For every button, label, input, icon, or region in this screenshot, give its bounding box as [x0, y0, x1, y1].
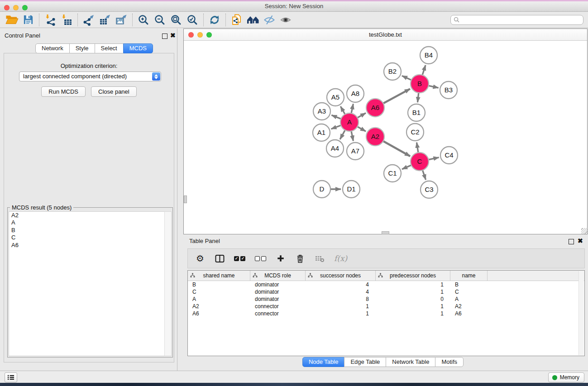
search-field[interactable]: [450, 15, 583, 25]
view-edge-gripper[interactable]: [184, 195, 187, 203]
table-row[interactable]: A2connector11A2: [188, 303, 584, 310]
table-cell[interactable]: A6: [450, 310, 488, 317]
open-session-button[interactable]: [4, 13, 20, 27]
import-network-button[interactable]: [42, 13, 58, 27]
graph-node-D1[interactable]: D1: [343, 181, 360, 198]
hide-selected-button[interactable]: [261, 13, 277, 27]
column-header-successor-nodes[interactable]: successor nodes: [306, 271, 376, 281]
table-cell[interactable]: dominator: [250, 295, 306, 303]
criterion-dropdown[interactable]: largest connected component (directed): [19, 71, 161, 81]
column-header-predecessor-nodes[interactable]: predecessor nodes: [376, 271, 450, 281]
table-cell[interactable]: 1: [376, 281, 450, 288]
result-item[interactable]: A6: [9, 242, 164, 249]
first-neighbors-button[interactable]: [245, 13, 261, 27]
table-cell[interactable]: 1: [376, 303, 450, 310]
zoom-fit-button[interactable]: [168, 13, 184, 27]
graph-node-B3[interactable]: B3: [440, 81, 457, 99]
zoom-view-button[interactable]: [206, 32, 212, 38]
table-panel-float-button[interactable]: [569, 239, 574, 244]
import-table-button[interactable]: [58, 13, 75, 27]
minimize-view-button[interactable]: [197, 32, 203, 38]
export-network-button[interactable]: [81, 13, 97, 27]
table-panel-close-button[interactable]: ✖: [578, 238, 583, 243]
zoom-selected-button[interactable]: [184, 13, 201, 27]
graph-node-A4[interactable]: A4: [326, 140, 344, 157]
control-panel-close-button[interactable]: ✖: [170, 33, 176, 38]
table-cell[interactable]: 8: [306, 295, 376, 303]
column-header-MCDS-role[interactable]: MCDS role: [250, 271, 306, 281]
graph-node-B4[interactable]: B4: [420, 47, 437, 64]
table-cell[interactable]: A: [450, 295, 488, 303]
show-all-button[interactable]: [277, 13, 294, 27]
graph-node-A1[interactable]: A1: [313, 124, 330, 141]
table-cell[interactable]: dominator: [250, 281, 306, 288]
tab-select[interactable]: Select: [95, 43, 124, 53]
table-cell[interactable]: C: [188, 288, 250, 295]
tab-motifs[interactable]: Motifs: [435, 357, 464, 367]
close-panel-button[interactable]: Close panel: [91, 86, 137, 97]
table-row[interactable]: Cdominator41C: [188, 288, 584, 295]
close-window-button[interactable]: [4, 5, 10, 10]
tab-edge-table[interactable]: Edge Table: [344, 357, 386, 367]
graph-node-C2[interactable]: C2: [406, 124, 424, 141]
graph-node-A8[interactable]: A8: [347, 85, 364, 102]
graph-node-A5[interactable]: A5: [327, 89, 344, 106]
tab-mcds[interactable]: MCDS: [123, 43, 153, 53]
export-image-button[interactable]: [113, 13, 129, 27]
tab-network-table[interactable]: Network Table: [386, 357, 435, 367]
tab-style[interactable]: Style: [69, 43, 95, 53]
table-scrollbar[interactable]: [578, 271, 584, 355]
select-all-checks-button[interactable]: ✓ ✓: [234, 253, 245, 264]
table-cell[interactable]: 1: [376, 310, 450, 317]
unselect-all-checks-button[interactable]: [255, 253, 266, 264]
table-cell[interactable]: A2: [188, 303, 250, 310]
table-cell[interactable]: 1: [306, 303, 376, 310]
search-input[interactable]: [461, 16, 580, 24]
column-header-name[interactable]: name: [450, 271, 488, 281]
graph-node-B1[interactable]: B1: [408, 104, 425, 121]
save-session-button[interactable]: [20, 13, 36, 27]
table-row[interactable]: A6connector11A6: [188, 310, 584, 317]
result-item[interactable]: B: [9, 227, 164, 234]
task-history-button[interactable]: [5, 372, 17, 382]
run-mcds-button[interactable]: Run MCDS: [41, 86, 86, 97]
show-column-button[interactable]: [215, 253, 225, 264]
minimize-window-button[interactable]: [13, 5, 19, 10]
graph-node-C3[interactable]: C3: [421, 181, 438, 198]
table-cell[interactable]: 0: [376, 295, 450, 303]
network-window-titlebar[interactable]: testGlobe.txt: [184, 29, 587, 41]
zoom-window-button[interactable]: [22, 5, 28, 10]
table-cell[interactable]: connector: [250, 303, 306, 310]
view-edge-gripper[interactable]: [382, 231, 389, 234]
table-cell[interactable]: 1: [306, 310, 376, 317]
graph-node-B2[interactable]: B2: [384, 63, 401, 80]
table-cell[interactable]: 1: [376, 288, 450, 295]
resize-grip-icon[interactable]: [581, 228, 587, 234]
tab-node-table[interactable]: Node Table: [302, 357, 345, 367]
graph-node-C1[interactable]: C1: [384, 165, 401, 182]
graph-node-C4[interactable]: C4: [440, 147, 458, 164]
graph-node-D[interactable]: D: [313, 181, 330, 198]
table-cell[interactable]: A: [188, 295, 250, 303]
delete-column-button[interactable]: [295, 253, 305, 264]
table-cell[interactable]: C: [450, 288, 488, 295]
mcds-result-list[interactable]: A2ABCA6: [9, 211, 165, 356]
graph-node-C[interactable]: C: [411, 152, 429, 171]
graph-node-B[interactable]: B: [411, 75, 429, 93]
add-column-button[interactable]: [276, 253, 286, 264]
tab-network[interactable]: Network: [35, 43, 70, 53]
table-options-button[interactable]: ⚙: [195, 253, 205, 264]
table-row[interactable]: Adominator80A: [188, 295, 584, 303]
network-canvas[interactable]: AA1A2A3A4A5A6A7A8BB1B2B3B4CC1C2C3C4DD1: [184, 41, 587, 234]
control-panel-float-button[interactable]: [162, 33, 167, 39]
refresh-button[interactable]: [206, 13, 223, 27]
delete-table-button[interactable]: [315, 253, 325, 264]
close-view-button[interactable]: [188, 32, 194, 38]
table-cell[interactable]: B: [450, 281, 488, 288]
column-header-shared-name[interactable]: shared name: [188, 271, 250, 281]
function-builder-button[interactable]: f(x): [334, 253, 347, 264]
graph-node-A2[interactable]: A2: [366, 128, 384, 146]
table-cell[interactable]: B: [188, 281, 250, 288]
zoom-out-button[interactable]: [152, 13, 168, 27]
table-cell[interactable]: connector: [250, 310, 306, 317]
